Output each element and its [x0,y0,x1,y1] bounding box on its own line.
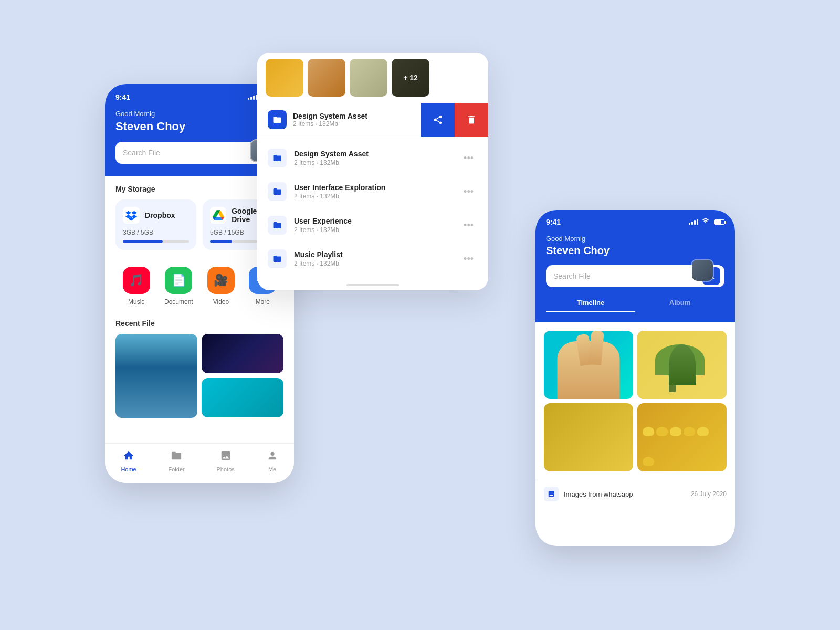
recent-file-mountain[interactable] [116,334,197,418]
strip-image-more: + 12 [392,59,429,97]
album-date: 26 July 2020 [691,490,727,498]
folder-item-1[interactable]: User Interface Exploration 2 Items · 132… [257,175,488,208]
photo-ducks[interactable] [637,403,727,471]
scroll-indicator [257,280,488,290]
album-title: Images from whatsapp [564,490,691,498]
recent-file-space[interactable] [202,334,284,373]
context-actions [421,103,488,136]
dropbox-name: Dropbox [145,211,175,219]
action-music[interactable]: 🎵 Music [123,267,150,306]
bottom-nav: Home Folder Photos Me [105,443,294,483]
video-icon: 🎥 [207,267,235,294]
phone2-tabs: Timeline Album [546,295,724,312]
nav-folder-label: Folder [169,466,185,472]
folder-meta-3: 2 Items · 132Mb [294,260,459,267]
tab-timeline[interactable]: Timeline [546,295,635,312]
folder-name-1: User Interface Exploration [294,183,459,192]
action-document[interactable]: 📄 Document [164,267,193,306]
action-document-label: Document [164,298,193,306]
recent-grid [116,334,284,418]
strip-image-3 [350,59,387,97]
status-time: 9:41 [116,93,130,101]
nav-me[interactable]: Me [267,450,278,472]
phone2-wifi-icon [702,217,709,226]
phone2-status-bar: 9:41 [546,217,724,226]
home-icon [123,450,134,464]
dropbox-size: 3GB / 5GB [123,229,189,236]
folder-panel: + 12 Design System Asset 2 Items · 132Mb… [257,52,488,290]
nav-home-label: Home [121,466,136,472]
recent-file-teal[interactable] [202,378,284,417]
folder-dots-3[interactable]: ••• [459,251,478,267]
folder-icon-2 [268,216,287,235]
folder-info-0: Design System Asset 2 Items · 132Mb [294,150,459,166]
photo-hand[interactable] [544,331,633,399]
folder-name-2: User Experience [294,217,459,225]
music-icon: 🎵 [123,267,150,294]
folder-item-0[interactable]: Design System Asset 2 Items · 132Mb ••• [257,141,488,175]
phone2-greeting: Good Mornig [546,235,724,243]
folder-name-0: Design System Asset [294,150,459,158]
folder-item-2[interactable]: User Experience 2 Items · 132Mb ••• [257,208,488,242]
folder-dots-0[interactable]: ••• [459,151,478,166]
scroll-thumb [346,284,399,286]
phone2-user-name: Steven Choy [546,245,724,257]
photo-grid [544,331,727,471]
document-icon: 📄 [165,267,192,294]
folder-info-1: User Interface Exploration 2 Items · 132… [294,183,459,200]
dropbox-progress-bar [123,240,189,243]
nav-me-label: Me [268,466,276,472]
delete-button[interactable] [455,103,488,136]
search-placeholder: Search File [123,149,257,157]
context-folder-icon [268,110,287,129]
plus-count: + 12 [403,74,418,82]
dropbox-card[interactable]: Dropbox 3GB / 5GB [116,200,196,250]
recent-title: Recent File [116,319,284,328]
phone2-status-time: 9:41 [546,218,561,226]
nav-home[interactable]: Home [121,450,136,472]
gdrive-logo [210,207,226,224]
folder-icon-3 [268,249,287,268]
action-video[interactable]: 🎥 Video [207,267,235,306]
folder-dots-2[interactable]: ••• [459,218,478,233]
album-icon [544,487,559,501]
share-button[interactable] [421,103,455,136]
dropbox-progress-fill [123,240,163,243]
folder-meta-2: 2 Items · 132Mb [294,226,459,234]
gdrive-progress-fill [210,240,232,243]
photo-yellow[interactable] [544,403,633,471]
dropbox-logo [123,207,140,224]
tab-album[interactable]: Album [635,295,724,312]
me-icon [267,450,278,464]
folder-list: Design System Asset 2 Items · 132Mb ••• … [257,137,488,280]
image-strip: + 12 [257,52,488,103]
action-music-label: Music [128,298,144,306]
phone2-header: 9:41 Good Morni [536,210,735,322]
phone2-status-icons [689,217,724,226]
photos-icon [220,450,232,464]
folder-meta-1: 2 Items · 132Mb [294,193,459,200]
action-video-label: Video [213,298,229,306]
nav-folder[interactable]: Folder [169,450,185,472]
signal-icon [248,94,257,100]
photo-section [536,322,735,480]
nav-photos-label: Photos [217,466,235,472]
folder-item-3[interactable]: Music Playlist 2 Items · 132Mb ••• [257,242,488,276]
phone2-search-placeholder: Search File [553,272,698,280]
phone2-battery-icon [714,219,724,225]
photo-plant[interactable] [637,331,727,399]
nav-photos[interactable]: Photos [217,450,235,472]
folder-dots-1[interactable]: ••• [459,184,478,200]
folder-name-3: Music Playlist [294,250,459,259]
folder-icon-0 [268,149,287,167]
folder-info-3: Music Playlist 2 Items · 132Mb [294,250,459,267]
recent-files-section: Recent File [105,314,294,423]
action-more-label: More [256,298,270,306]
phone2: 9:41 Good Morni [536,210,735,546]
phone2-avatar [691,259,714,282]
folder-info-2: User Experience 2 Items · 132Mb [294,217,459,234]
phone2-signal-icon [689,219,698,225]
folder-nav-icon [171,450,182,464]
strip-image-1 [266,59,303,97]
folder-meta-0: 2 Items · 132Mb [294,159,459,166]
